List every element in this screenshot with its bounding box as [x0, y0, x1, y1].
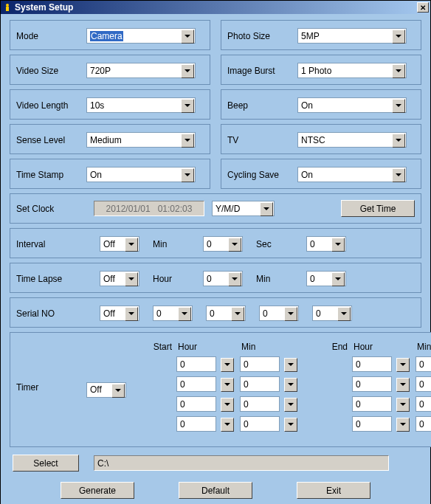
interval-label: Interval: [16, 239, 86, 249]
timer-r0-sh[interactable]: 0: [176, 356, 216, 372]
timelapse-select[interactable]: Off: [100, 271, 139, 286]
time-stamp-group: Time Stamp On: [10, 159, 210, 189]
default-button[interactable]: Default: [179, 482, 252, 499]
image-burst-group: Image Burst 1 Photo: [221, 55, 421, 85]
interval-sec-select[interactable]: 0: [306, 236, 346, 252]
generate-button[interactable]: Generate: [61, 482, 134, 499]
interval-min-select[interactable]: 0: [203, 236, 243, 252]
timer-end-hour-header: Hour: [352, 342, 411, 352]
beep-select[interactable]: On: [297, 97, 407, 113]
serial-d2-select[interactable]: 0: [206, 305, 246, 321]
timer-start-min-header: Min: [240, 342, 299, 352]
titlebar: System Setup ✕: [1, 1, 430, 14]
serial-d4-select[interactable]: 0: [312, 305, 352, 321]
timer-r3-eh[interactable]: 0: [352, 416, 392, 432]
sense-level-group: Sense Level Medium: [10, 124, 210, 154]
timer-r0-sm[interactable]: 0: [240, 356, 280, 372]
timer-grid: Start Hour Min End Hour Min 0 0 0 0 0 0: [131, 342, 431, 432]
app-icon: [2, 2, 13, 13]
timer-r3-sh[interactable]: 0: [176, 416, 216, 432]
timelapse-label: Time Lapse: [16, 274, 86, 284]
sense-level-label: Sense Level: [16, 135, 86, 145]
interval-min-label: Min: [153, 239, 190, 249]
tv-group: TV NTSC: [221, 124, 421, 154]
interval-select[interactable]: Off: [100, 236, 139, 252]
timelapse-hour-select[interactable]: 0: [203, 271, 243, 286]
timer-r2-sm[interactable]: 0: [240, 396, 280, 412]
image-burst-select[interactable]: 1 Photo: [297, 63, 407, 78]
timer-group: Timer Off Start Hour Min End Hour Min 0 …: [10, 332, 431, 447]
video-size-group: Video Size 720P: [10, 55, 210, 85]
tv-select[interactable]: NTSC: [297, 132, 407, 148]
timer-r1-sh[interactable]: 0: [176, 376, 216, 392]
photo-size-group: Photo Size 5MP: [221, 20, 421, 50]
action-row: Generate Default Exit: [10, 482, 421, 499]
content-area: Mode Camera Photo Size 5MP Video Size 72…: [1, 14, 430, 504]
timer-r2-sh[interactable]: 0: [176, 396, 216, 412]
sense-level-select[interactable]: Medium: [86, 132, 196, 148]
timer-r1-eh[interactable]: 0: [352, 376, 392, 392]
mode-label: Mode: [16, 31, 86, 41]
timer-end-header: End: [303, 342, 348, 352]
clock-value-field[interactable]: [94, 201, 204, 216]
timer-r0-eh[interactable]: 0: [352, 356, 392, 372]
interval-group: Interval Off Min 0 Sec 0: [10, 228, 421, 258]
video-length-label: Video Length: [16, 100, 86, 111]
svg-point-0: [6, 4, 9, 7]
mode-group: Mode Camera: [10, 20, 210, 50]
set-clock-label: Set Clock: [16, 204, 86, 214]
video-size-label: Video Size: [16, 66, 86, 76]
serial-label: Serial NO: [16, 308, 86, 319]
timer-r2-em[interactable]: 0: [416, 396, 431, 412]
serial-enable-select[interactable]: Off: [100, 305, 139, 321]
timer-start-hour-header: Hour: [176, 342, 235, 352]
path-row: Select: [10, 455, 421, 472]
video-length-select[interactable]: 10s: [86, 97, 196, 113]
serial-d3-select[interactable]: 0: [259, 305, 299, 321]
window-title: System Setup: [15, 2, 73, 13]
timelapse-group: Time Lapse Off Hour 0 Min 0: [10, 263, 421, 293]
video-size-select[interactable]: 720P: [86, 63, 196, 78]
clock-format-select[interactable]: Y/M/D: [212, 201, 275, 216]
timer-enable-select[interactable]: Off: [86, 382, 126, 398]
cycling-save-label: Cycling Save: [227, 170, 297, 180]
serial-d1-select[interactable]: 0: [153, 305, 193, 321]
interval-sec-label: Sec: [256, 239, 293, 249]
mode-select[interactable]: Camera: [86, 28, 196, 44]
timelapse-min-select[interactable]: 0: [306, 271, 346, 286]
serial-group: Serial NO Off 0 0 0 0: [10, 297, 421, 328]
select-path-button[interactable]: Select: [13, 455, 79, 472]
timer-r1-em[interactable]: 0: [416, 376, 431, 392]
photo-size-select[interactable]: 5MP: [297, 28, 407, 44]
photo-size-label: Photo Size: [227, 31, 297, 41]
timer-r3-sm[interactable]: 0: [240, 416, 280, 432]
timer-r0-em[interactable]: 0: [416, 356, 431, 372]
tv-label: TV: [227, 135, 297, 145]
time-stamp-select[interactable]: On: [86, 167, 196, 182]
timer-r3-em[interactable]: 0: [416, 416, 431, 432]
cycling-save-select[interactable]: On: [297, 167, 407, 182]
set-clock-group: Set Clock Y/M/D Get Time: [10, 193, 421, 224]
timer-r1-sm[interactable]: 0: [240, 376, 280, 392]
svg-rect-1: [6, 7, 9, 11]
get-time-button[interactable]: Get Time: [341, 200, 415, 217]
cycling-save-group: Cycling Save On: [221, 159, 421, 189]
timer-end-min-header: Min: [416, 342, 431, 352]
beep-group: Beep On: [221, 89, 421, 120]
beep-label: Beep: [227, 100, 297, 111]
timelapse-min-label: Min: [256, 274, 293, 284]
exit-button[interactable]: Exit: [297, 482, 370, 499]
close-button[interactable]: ✕: [417, 2, 429, 13]
timer-start-header: Start: [131, 342, 172, 352]
time-stamp-label: Time Stamp: [16, 170, 86, 180]
path-field[interactable]: [94, 455, 389, 471]
timelapse-hour-label: Hour: [153, 274, 190, 284]
timer-r2-eh[interactable]: 0: [352, 396, 392, 412]
timer-label: Timer: [16, 382, 86, 393]
video-length-group: Video Length 10s: [10, 89, 210, 120]
image-burst-label: Image Burst: [227, 66, 297, 76]
system-setup-window: System Setup ✕ Mode Camera Photo Size 5M…: [0, 0, 431, 504]
